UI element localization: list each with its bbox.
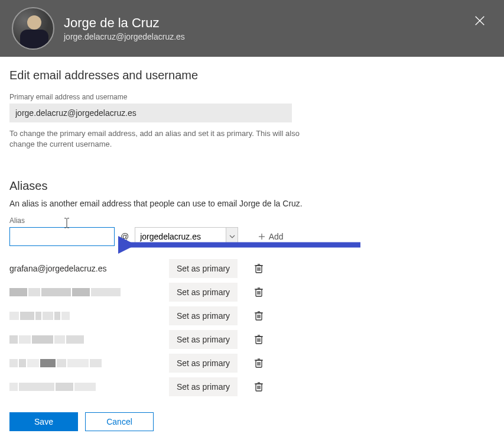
plus-icon xyxy=(258,233,265,240)
alias-input[interactable] xyxy=(9,227,115,246)
trash-icon xyxy=(254,311,264,321)
header-user-info: Jorge de la Cruz jorge.delacruz@jorgedel… xyxy=(64,15,185,41)
content: Edit email addresses and username Primar… xyxy=(0,57,504,410)
set-primary-button[interactable]: Set as primary xyxy=(169,259,238,278)
page-title: Edit email addresses and username xyxy=(9,69,495,82)
alias-list: grafana@jorgedelacruz.es Set as primary xyxy=(9,257,495,399)
primary-email-label: Primary email address and username xyxy=(9,93,495,101)
header: Jorge de la Cruz jorge.delacruz@jorgedel… xyxy=(0,0,504,57)
trash-icon xyxy=(254,334,264,345)
save-button[interactable]: Save xyxy=(9,412,78,431)
footer: Save Cancel xyxy=(9,412,154,431)
alias-item: Set as primary xyxy=(9,375,495,399)
delete-alias-button[interactable] xyxy=(249,283,268,302)
user-name: Jorge de la Cruz xyxy=(64,15,185,31)
user-email: jorge.delacruz@jorgedelacruz.es xyxy=(64,32,185,41)
domain-select-value: jorgedelacruz.es xyxy=(135,232,226,241)
add-button[interactable]: Add xyxy=(250,227,291,246)
primary-help-text: To change the primary email address, add… xyxy=(9,128,305,150)
delete-alias-button[interactable] xyxy=(249,330,268,349)
chevron-down-icon xyxy=(229,235,235,238)
alias-item: Set as primary xyxy=(9,304,495,328)
alias-email-redacted xyxy=(9,312,169,320)
aliases-description: An alias is another email address that p… xyxy=(9,199,495,208)
alias-input-row: @ jorgedelacruz.es Add xyxy=(9,227,495,246)
domain-dropdown-button[interactable] xyxy=(226,228,238,245)
at-symbol: @ xyxy=(121,232,129,241)
set-primary-button[interactable]: Set as primary xyxy=(169,306,238,325)
add-label: Add xyxy=(269,232,284,241)
avatar xyxy=(12,7,54,50)
set-primary-button[interactable]: Set as primary xyxy=(169,354,238,373)
close-icon xyxy=(473,14,486,27)
alias-email-redacted xyxy=(9,383,169,391)
delete-alias-button[interactable] xyxy=(249,259,268,278)
alias-item: Set as primary xyxy=(9,328,495,351)
set-primary-button[interactable]: Set as primary xyxy=(169,330,238,349)
primary-email-input xyxy=(9,104,292,122)
delete-alias-button[interactable] xyxy=(249,377,268,396)
alias-item: Set as primary xyxy=(9,280,495,304)
set-primary-button[interactable]: Set as primary xyxy=(169,377,238,396)
trash-icon xyxy=(254,381,264,392)
alias-email-redacted xyxy=(9,335,169,344)
alias-item: grafana@jorgedelacruz.es Set as primary xyxy=(9,257,495,280)
trash-icon xyxy=(254,287,264,298)
domain-select[interactable]: jorgedelacruz.es xyxy=(135,227,238,246)
cancel-button[interactable]: Cancel xyxy=(85,412,154,431)
delete-alias-button[interactable] xyxy=(249,354,268,373)
alias-email-redacted xyxy=(9,359,169,367)
close-button[interactable] xyxy=(473,14,487,28)
alias-item: Set as primary xyxy=(9,351,495,375)
trash-icon xyxy=(254,358,264,368)
alias-email: grafana@jorgedelacruz.es xyxy=(9,264,169,273)
alias-input-label: Alias xyxy=(9,216,495,225)
alias-email-redacted xyxy=(9,288,169,296)
aliases-title: Aliases xyxy=(9,179,495,193)
trash-icon xyxy=(254,263,264,274)
set-primary-button[interactable]: Set as primary xyxy=(169,283,238,302)
delete-alias-button[interactable] xyxy=(249,306,268,325)
